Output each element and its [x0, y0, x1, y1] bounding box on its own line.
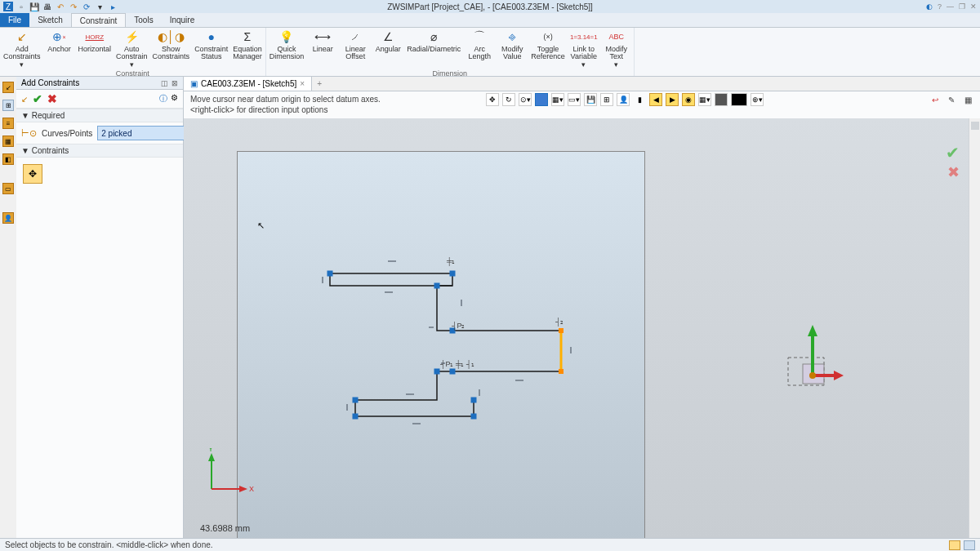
constraint-type-button[interactable]: ✥ — [23, 164, 42, 184]
vt-square[interactable] — [535, 93, 548, 106]
link-to-variable-button[interactable]: 1=3.14=1Link toVariable▾ — [570, 29, 598, 69]
sketch-polyline[interactable] — [330, 273, 561, 416]
svg-text:X: X — [249, 485, 254, 493]
constraint-status-button[interactable]: ●ConstraintStatus — [194, 29, 228, 69]
anchor-button[interactable]: ⊕×Anchor — [46, 29, 74, 69]
vt-a[interactable]: ◀ — [649, 93, 662, 106]
selected-vertex-2[interactable] — [559, 369, 564, 374]
redo-icon[interactable]: ↷ — [69, 2, 78, 11]
auto-constrain-icon: ⚡ — [121, 29, 142, 44]
modify-text-button[interactable]: ABCModifyText▾ — [603, 29, 630, 69]
hb-layers-icon[interactable]: ▦ — [962, 95, 973, 106]
radial-diametric-button[interactable]: ⌀Radial/Diametric — [407, 29, 461, 69]
dropdown-icon[interactable]: ▾ — [95, 2, 105, 11]
status-btn-2[interactable] — [964, 540, 975, 550]
menu-tab-sketch[interactable]: Sketch — [29, 13, 71, 27]
rail-tool-6[interactable]: ▭ — [2, 183, 14, 194]
help-button[interactable]: ? — [938, 2, 942, 11]
rail-tool-3[interactable]: ≡ — [2, 118, 14, 129]
add-constraints-panel: Add Constraints ◫⊠ ↙ ✔ ✖ ⓘ ⚙ ▼ Required … — [16, 77, 184, 538]
modify-value-button[interactable]: ⎆ModifyValue — [498, 29, 526, 69]
right-gutter-btn[interactable] — [971, 122, 979, 130]
rail-tool-1[interactable]: ↙ — [2, 82, 14, 93]
vt-save[interactable]: 💾 — [584, 93, 597, 106]
vt-box[interactable]: ▭▾ — [568, 93, 581, 106]
document-tabs: ▣ CAE003.Z3EM - [Sketch5] × + — [184, 77, 980, 91]
canvas[interactable]: ╪₁ ┤₂ ┤P₂ ┤P₁ ╪₁ ┤₁ Y — [184, 118, 980, 538]
hb-pencil-icon[interactable]: ✎ — [946, 95, 957, 106]
canvas-confirm-button[interactable]: ✔ — [946, 143, 960, 162]
panel-pin-icon[interactable]: ◫ — [161, 79, 168, 87]
required-header[interactable]: ▼ Required — [16, 109, 183, 122]
panel-ok-button[interactable]: ✔ — [33, 92, 42, 105]
vt-e[interactable] — [715, 93, 728, 106]
hint-bar-icons: ↩ ✎ ▦ — [929, 95, 973, 106]
radial-icon: ⌀ — [423, 29, 444, 44]
vt-user[interactable]: 👤 — [617, 93, 630, 106]
vt-b[interactable]: ▶ — [666, 93, 679, 106]
angular-button[interactable]: ∠Angular — [374, 29, 402, 69]
panel-info-icon[interactable]: ⓘ — [159, 93, 167, 104]
vt-c[interactable]: ◉ — [682, 93, 695, 106]
panel-settings-icon[interactable]: ⚙ — [171, 93, 178, 104]
auto-constrain-button[interactable]: ⚡AutoConstrain▾ — [116, 29, 148, 69]
doc-tab-add[interactable]: + — [312, 77, 327, 91]
view-toolbar: ✥ ↻ ⊙▾ ▦▾ ▭▾ 💾 ⊞ 👤 ▮ ◀ ▶ ◉ ▦▾ ⊕▾ — [486, 93, 764, 106]
panel-select-icon[interactable]: ↙ — [21, 95, 28, 104]
undo-icon[interactable]: ↶ — [56, 2, 65, 11]
add-constraints-button[interactable]: ↙AddConstraints▾ — [3, 29, 41, 69]
print-icon[interactable]: 🖶 — [42, 2, 52, 11]
vt-grid[interactable]: ▦▾ — [551, 93, 564, 106]
selected-vertex-1[interactable] — [559, 328, 564, 333]
show-constraints-icon: ◐│◑ — [160, 29, 181, 44]
new-icon[interactable]: ▫ — [16, 2, 26, 11]
rail-tool-7[interactable]: 👤 — [2, 212, 14, 224]
panel-cancel-button[interactable]: ✖ — [47, 92, 57, 105]
equation-manager-button[interactable]: ΣEquationManager — [233, 29, 262, 69]
status-btn-1[interactable] — [949, 540, 960, 550]
vt-win[interactable]: ⊞ — [600, 93, 613, 106]
minimize-button[interactable]: — — [947, 2, 954, 11]
rail-tool-4[interactable]: ▦ — [2, 136, 14, 147]
vt-g[interactable]: ⊕▾ — [751, 93, 764, 106]
maximize-button[interactable]: ❐ — [959, 2, 965, 11]
arc-length-button[interactable]: ⌒ArcLength — [466, 29, 493, 69]
close-button[interactable]: ✕ — [970, 2, 977, 11]
document-tab[interactable]: ▣ CAE003.Z3EM - [Sketch5] × — [184, 77, 312, 91]
left-tool-rail: ↙ ⊞ ≡ ▦ ◧ ▭ 👤 — [0, 77, 16, 538]
help-icon[interactable]: ◐ — [926, 2, 933, 11]
panel-close-icon[interactable]: ⊠ — [172, 79, 178, 87]
svg-rect-1 — [450, 271, 455, 276]
refresh-icon[interactable]: ⟳ — [82, 2, 91, 11]
app-icon: Z — [3, 2, 13, 11]
play-icon[interactable]: ▸ — [108, 2, 118, 11]
hb-back-icon[interactable]: ↩ — [929, 95, 941, 106]
vt-f[interactable] — [731, 93, 747, 106]
svg-rect-8 — [471, 414, 476, 419]
menu-tab-tools[interactable]: Tools — [126, 13, 161, 27]
doc-tab-close[interactable]: × — [300, 79, 305, 88]
rail-tool-2[interactable]: ⊞ — [2, 100, 14, 111]
rail-tool-5[interactable]: ◧ — [2, 153, 14, 165]
constraints-header[interactable]: ▼ Contraints — [16, 144, 183, 158]
linear-offset-button[interactable]: ⟋LinearOffset — [341, 29, 369, 69]
toggle-reference-button[interactable]: (×)ToggleReference — [531, 29, 565, 69]
vt-rotate[interactable]: ↻ — [502, 93, 515, 106]
menu-tab-file[interactable]: File — [0, 13, 29, 27]
angular-icon: ∠ — [377, 29, 399, 44]
vt-zoom[interactable]: ⊙▾ — [519, 93, 532, 106]
menu-tab-inquire[interactable]: Inquire — [162, 13, 203, 27]
vt-d[interactable]: ▦▾ — [698, 93, 711, 106]
linear-button[interactable]: ⟷Linear — [309, 29, 336, 69]
vt-pan[interactable]: ✥ — [486, 93, 499, 106]
svg-rect-6 — [353, 398, 358, 402]
quick-dimension-button[interactable]: 💡QuickDimension — [270, 29, 305, 69]
show-constraints-button[interactable]: ◐│◑ShowConstraints — [153, 29, 190, 69]
menu-tab-constraint[interactable]: Constraint — [71, 13, 127, 27]
horizontal-button[interactable]: HORZHorizontal — [78, 29, 112, 69]
save-icon[interactable]: 💾 — [29, 2, 39, 11]
canvas-cancel-button[interactable]: ✖ — [947, 163, 960, 181]
doc-tab-icon: ▣ — [190, 79, 198, 88]
panel-actions: ↙ ✔ ✖ ⓘ ⚙ — [16, 90, 183, 109]
datum-triad[interactable] — [780, 318, 845, 392]
